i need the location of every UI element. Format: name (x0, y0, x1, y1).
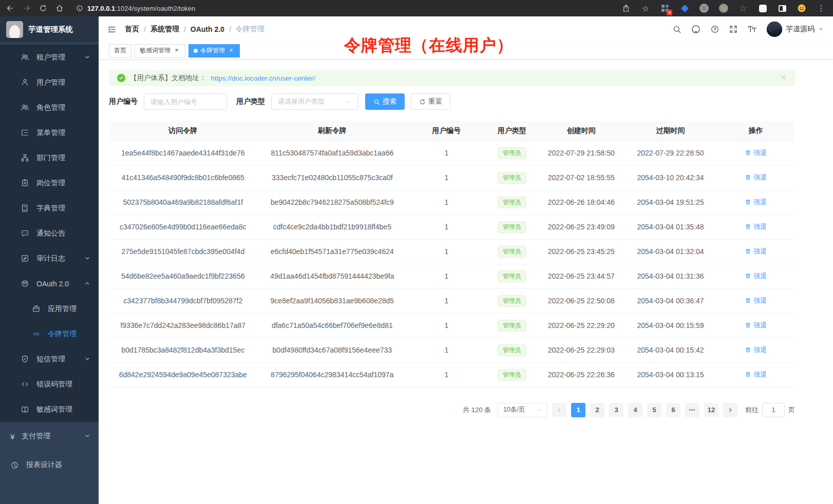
search-button[interactable]: 搜索 (365, 93, 405, 110)
user-type-badge: 管理员 (498, 221, 526, 233)
force-logout-button[interactable]: 强退 (745, 198, 767, 207)
action-cell: 强退 (717, 338, 795, 362)
extensions-grid-icon[interactable]: 9 (659, 3, 671, 14)
logo-avatar (6, 21, 23, 38)
fullscreen-icon[interactable] (729, 25, 738, 34)
force-logout-button[interactable]: 强退 (745, 222, 767, 231)
tab-令牌管理[interactable]: 令牌管理× (188, 44, 240, 57)
browser-menu-icon[interactable]: ⋮ (816, 3, 827, 14)
help-icon[interactable] (710, 25, 720, 34)
user-type-badge: 管理员 (498, 197, 526, 208)
browser-forward-icon[interactable] (23, 4, 31, 12)
user-type-select[interactable]: 请选择用户类型 (271, 93, 358, 110)
force-logout-button[interactable]: 强退 (745, 148, 767, 158)
github-icon[interactable] (691, 24, 701, 34)
browser-back-icon[interactable] (6, 4, 14, 12)
column-header-操作: 操作 (717, 121, 795, 141)
oauth-icon (21, 279, 29, 288)
sidebar-item-菜单管理[interactable]: 菜单管理 (0, 120, 99, 145)
command-extension-icon[interactable]: ⌘ (698, 3, 710, 14)
expire-time-cell: 2054-03-04 00:15:42 (624, 338, 716, 362)
page-button-4[interactable]: 4 (628, 403, 642, 417)
access-token-cell: 502375b8040a469a9b82188afdf6af1f (109, 190, 257, 215)
tab-close-icon[interactable]: × (228, 47, 235, 54)
refresh-icon (419, 99, 426, 105)
refresh-token-cell: e6cfd40eb1f54571a31e775e039c4624 (257, 239, 408, 264)
page-button-5[interactable]: 5 (647, 403, 661, 417)
page-size-select[interactable]: 10条/页 (498, 403, 547, 417)
refresh-token-cell: dfa6c71a50a54c66bef706ef9e6e8d81 (257, 313, 408, 338)
force-logout-button[interactable]: 强退 (745, 345, 767, 355)
reset-button[interactable]: 重置 (411, 93, 450, 110)
hamburger-icon[interactable] (107, 25, 117, 34)
breadcrumb-首页[interactable]: 首页 (125, 25, 139, 34)
refresh-token-cell: 49d1aa46d1454fbd87591444423be9fa (257, 264, 408, 288)
page-button-2[interactable]: 2 (590, 403, 604, 417)
star-extension-icon[interactable]: ☆ (737, 3, 749, 14)
user-id-cell: 1 (407, 141, 485, 165)
goto-page-input[interactable] (762, 403, 785, 417)
sidebar-menu: 租户管理用户管理角色管理菜单管理部门管理岗位管理字典管理通知公告审计日志OAut… (0, 42, 99, 504)
gem-extension-icon[interactable] (679, 3, 690, 14)
page-button-6[interactable]: 6 (666, 403, 680, 417)
browser-home-icon[interactable] (55, 4, 64, 12)
force-logout-button[interactable]: 强退 (745, 370, 767, 379)
sidebar-item-支付管理[interactable]: ¥支付管理 (0, 422, 99, 451)
app-logo[interactable]: 芋道管理系统 (0, 16, 99, 42)
column-header-过期时间: 过期时间 (624, 121, 716, 141)
sidebar-item-令牌管理[interactable]: 令牌管理 (0, 321, 99, 346)
page-button-12[interactable]: 12 (704, 403, 718, 417)
sidebar-item-应用管理[interactable]: 应用管理 (0, 296, 99, 321)
page-button-1[interactable]: 1 (571, 403, 585, 417)
sidebar-item-OAuth 2.0[interactable]: OAuth 2.0 (0, 271, 99, 296)
user-type-cell: 管理员 (485, 362, 538, 387)
user-menu[interactable]: 芋道源码 (767, 22, 824, 37)
sidebar-item-角色管理[interactable]: 角色管理 (0, 95, 99, 120)
site-info-icon[interactable] (76, 5, 83, 12)
share-icon[interactable] (620, 3, 632, 14)
sidebar-item-通知公告[interactable]: 通知公告 (0, 221, 99, 246)
breadcrumb: 首页/系统管理/OAuth 2.0/令牌管理 (125, 25, 264, 34)
sidebar-item-审计日志[interactable]: 审计日志 (0, 246, 99, 271)
tab-首页[interactable]: 首页 (109, 44, 131, 57)
alert-close-icon[interactable] (781, 74, 787, 82)
user-id-input[interactable] (144, 93, 227, 110)
page-button-3[interactable]: 3 (609, 403, 623, 417)
force-logout-button[interactable]: 强退 (745, 296, 767, 305)
tab-敏感词管理[interactable]: 敏感词管理× (135, 44, 185, 57)
sidebar-item-租户管理[interactable]: 租户管理 (0, 45, 99, 70)
puzzle-extension-icon[interactable] (757, 3, 768, 14)
doc-link[interactable]: https://doc.iocoder.cn/user-center/ (211, 74, 315, 82)
search-icon[interactable] (672, 25, 681, 34)
more-pages-button[interactable]: ••• (685, 403, 699, 417)
force-logout-button[interactable]: 强退 (745, 272, 767, 281)
refresh-token-cell: b0df4980ffd34c67a08f9156e4eee733 (257, 338, 408, 362)
sidebar-item-岗位管理[interactable]: 岗位管理 (0, 170, 99, 196)
force-logout-button[interactable]: 强退 (745, 173, 767, 182)
next-page-button[interactable] (723, 403, 737, 417)
breadcrumb-系统管理[interactable]: 系统管理 (150, 25, 179, 34)
force-logout-button[interactable]: 强退 (745, 321, 767, 330)
tab-close-icon[interactable]: × (173, 47, 180, 54)
sidebar-item-报表设计器[interactable]: 报表设计器 (0, 451, 99, 479)
browser-refresh-icon[interactable] (39, 4, 47, 12)
sidebar-item-字典管理[interactable]: 字典管理 (0, 196, 99, 221)
sidebar-item-短信管理[interactable]: 短信管理 (0, 346, 99, 372)
prev-page-button[interactable] (552, 403, 566, 417)
address-bar[interactable]: 127.0.0.1:1024/system/oauth2/token (76, 5, 612, 12)
sidebar-item-用户管理[interactable]: 用户管理 (0, 70, 99, 95)
table-row: c347026e805e4d99b0d116eae66eda8ccdfc4ce9… (109, 215, 795, 239)
expire-time-cell: 2054-03-10 20:42:34 (624, 165, 716, 190)
sidebar-item-敏感词管理[interactable]: 敏感词管理 (0, 397, 99, 422)
emoji-extension-icon[interactable] (796, 3, 807, 14)
user-id-cell: 1 (407, 165, 485, 190)
breadcrumb-OAuth 2.0[interactable]: OAuth 2.0 (191, 25, 224, 33)
sidebar-item-部门管理[interactable]: 部门管理 (0, 145, 99, 170)
user-id-cell: 1 (407, 362, 485, 387)
force-logout-button[interactable]: 强退 (745, 247, 767, 256)
font-size-icon[interactable] (747, 24, 758, 34)
record-extension-icon[interactable] (718, 3, 729, 14)
sidebar-item-错误码管理[interactable]: 错误码管理 (0, 372, 99, 397)
side-panel-icon[interactable] (777, 3, 788, 14)
bookmark-star-icon[interactable]: ☆ (640, 3, 651, 14)
